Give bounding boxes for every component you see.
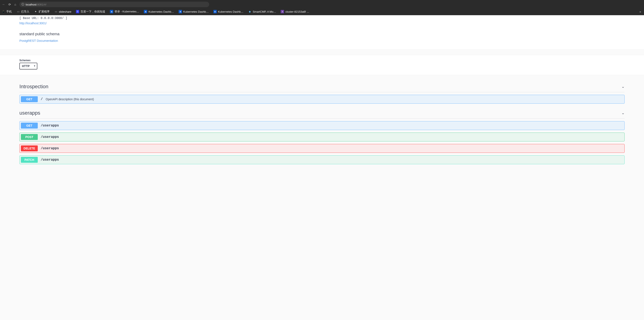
method-badge: DELETE [21,145,38,151]
bookmark-label: 登录 - Kubernetes… [114,10,139,14]
bookmark-slideshare[interactable]: ▭ slideshare [54,10,71,13]
bookmark-label: cluster-82153a6f … [285,10,309,13]
bookmark-label: Kubernetes Dashb… [218,10,244,13]
bookmark-label: slideshare [59,10,71,13]
opblock-get-userapps[interactable]: GET /userapps [20,121,624,130]
bookmark-cluster[interactable]: X cluster-82153a6f … [281,10,309,13]
tag-name: userapps [20,110,622,116]
phone-icon: 📱 [2,10,5,13]
tag-userapps: userapps ⌄ GET /userapps POST /userapps … [20,107,624,164]
method-badge: GET [21,96,38,102]
bookmark-imported[interactable]: ▭ 已导入 [16,10,29,14]
reload-icon[interactable]: ⟳ [8,3,11,6]
bookmark-phone[interactable]: 📱 手机 [2,10,12,14]
url-bar[interactable]: ⓘ localhost:8081/#/ [20,2,209,7]
tag-introspection: Introspection ⌄ GET / OpenAPI descriptio… [20,81,624,104]
opblock-delete-userapps[interactable]: DELETE /userapps [20,144,624,153]
chevron-down-icon: ⌄ [622,111,624,115]
schemes-bar: Schemes HTTP [0,55,644,75]
method-badge: GET [21,123,38,129]
tags-container: Introspection ⌄ GET / OpenAPI descriptio… [0,75,644,176]
bookmark-label: SmartCMP, A Mo… [252,10,276,13]
k8s-icon: ⎈ [144,10,147,13]
baidu-icon: 百 [76,10,79,13]
chevron-down-icon: ⌄ [622,84,624,89]
bookmark-smartcmp[interactable]: ◆ SmartCMP, A Mo… [248,10,276,13]
opblock-patch-userapps[interactable]: PATCH /userapps [20,155,624,164]
bookmark-label: Kubernetes Dashb… [148,10,174,13]
puzzle-icon: ✦ [34,10,37,13]
schemes-label: Schemes [20,59,644,62]
bookmark-baidu[interactable]: 百 百度一下，你就知道 [76,10,105,14]
bookmark-k8s-dash-2[interactable]: ⎈ Kubernetes Dashb… [178,10,209,13]
browser-chrome: → ⟳ ⌂ ⓘ localhost:8081/#/ 📱 手机 ▭ 已导入 ✦ 扩… [0,0,644,15]
postgrest-doc-link[interactable]: PostgREST Documentation [20,39,58,43]
bookmark-label: 已导入 [21,10,29,14]
method-badge: POST [21,134,38,140]
bookmark-label: Kubernetes Dashb… [183,10,209,13]
spec-link[interactable]: http://localhost:3001/ [20,22,46,25]
op-summary: OpenAPI description (this document) [46,98,94,101]
k8s-icon: ⎈ [178,10,182,13]
bookmark-extensions[interactable]: ✦ 扩展程序 [34,10,50,14]
opblock-get-root[interactable]: GET / OpenAPI description (this document… [20,95,624,104]
bookmark-label: 扩展程序 [38,10,50,14]
opblock-post-userapps[interactable]: POST /userapps [20,133,624,141]
op-path: /userapps [41,124,59,128]
bookmark-label: 手机 [6,10,12,14]
bookmark-k8s-dash-3[interactable]: ⎈ Kubernetes Dashb… [214,10,244,13]
op-path: / [41,97,43,101]
base-url: [ Base URL: 0.0.0.0:3000/ ] [20,15,644,20]
swagger-header: [ Base URL: 0.0.0.0:3000/ ] http://local… [0,15,644,49]
schema-description: standard public schema [20,32,644,36]
bookmarks-bar: 📱 手机 ▭ 已导入 ✦ 扩展程序 ▭ slideshare 百 百度一下，你就… [2,8,642,15]
cluster-icon: X [281,10,284,13]
smartcmp-icon: ◆ [248,10,251,13]
k8s-icon: ⎈ [214,10,217,13]
bookmark-k8s-login[interactable]: ⎈ 登录 - Kubernetes… [110,10,139,14]
k8s-icon: ⎈ [110,10,113,13]
home-icon[interactable]: ⌂ [14,3,16,6]
folder-icon: ▭ [54,10,58,13]
tag-header[interactable]: Introspection ⌄ [20,81,624,92]
bookmark-label: 百度一下，你就知道 [80,10,105,14]
method-badge: PATCH [21,157,38,163]
bookmarks-overflow-icon[interactable]: » [640,10,642,13]
folder-icon: ▭ [16,10,20,13]
tag-header[interactable]: userapps ⌄ [20,107,624,119]
op-path: /userapps [41,147,59,150]
tag-name: Introspection [20,84,622,90]
bookmark-k8s-dash-1[interactable]: ⎈ Kubernetes Dashb… [144,10,174,13]
op-path: /userapps [41,158,59,162]
info-icon: ⓘ [22,3,24,6]
address-bar: → ⟳ ⌂ ⓘ localhost:8081/#/ [2,1,642,8]
schemes-select[interactable]: HTTP [20,63,37,70]
forward-arrow-icon[interactable]: → [2,3,5,6]
op-path: /userapps [41,135,59,139]
url-text: localhost:8081/#/ [26,3,46,6]
